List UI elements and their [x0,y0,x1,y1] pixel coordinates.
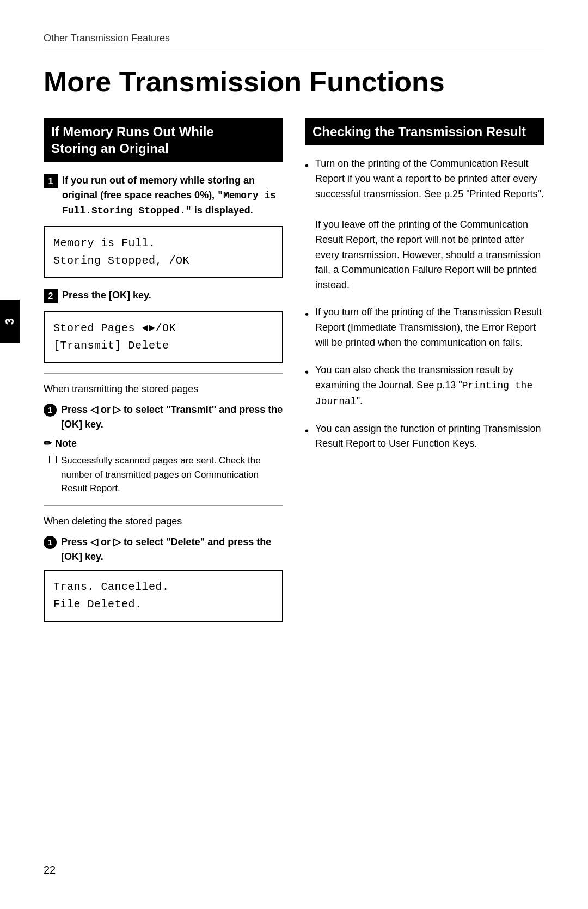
lcd-display-2: Stored Pages ◄►/OK [Transmit] Delete [44,311,283,363]
bullet-text-4: You can assign the function of printing … [315,422,544,452]
divider-2 [44,505,283,506]
breadcrumb-text: Other Transmission Features [44,33,170,44]
step1-row: 1 If you run out of memory while storing… [44,173,283,218]
content-columns: If Memory Runs Out WhileStoring an Origi… [44,118,544,632]
lcd3-line1: Trans. Cancelled. [53,578,273,596]
note-section: ✏ Note Successfully scanned pages are se… [44,437,283,496]
step2-text: Press the [OK] key. [62,288,151,303]
left-section-title: If Memory Runs Out WhileStoring an Origi… [51,124,214,156]
when-transmitting-label: When transmitting the stored pages [44,383,283,395]
transmit-step-1: 1 Press ◁ or ▷ to select "Transmit" and … [44,402,283,432]
left-section-header: If Memory Runs Out WhileStoring an Origi… [44,118,283,162]
divider-1 [44,373,283,374]
step2-number: 2 [44,289,58,303]
note-label: Note [55,438,77,449]
bullet-dot-4: • [305,423,309,440]
delete-step-text: Press ◁ or ▷ to select "Delete" and pres… [61,535,283,564]
note-item-1: Successfully scanned pages are sent. Che… [44,454,283,496]
right-section-title: Checking the Transmission Result [313,124,526,139]
bullet-item-3: • You can also check the transmission re… [305,363,544,410]
delete-step-num: 1 [44,536,57,549]
right-column: Checking the Transmission Result • Turn … [305,118,544,463]
transmit-step-num: 1 [44,404,57,417]
right-section-header: Checking the Transmission Result [305,118,544,145]
step1-text: If you run out of memory while storing a… [62,173,283,218]
step1-number: 1 [44,174,58,188]
bullet-text-1: Turn on the printing of the Communicatio… [315,156,544,293]
lcd2-line2: [Transmit] Delete [53,337,273,355]
right-bullet-list: • Turn on the printing of the Communicat… [305,156,544,452]
step2-row: 2 Press the [OK] key. [44,288,283,303]
bullet-text-2: If you turn off the printing of the Tran… [315,305,544,351]
step2-block: 2 Press the [OK] key. Stored Pages ◄►/OK… [44,288,283,363]
lcd-display-3: Trans. Cancelled. File Deleted. [44,570,283,622]
transmit-step-text: Press ◁ or ▷ to select "Transmit" and pr… [61,402,283,432]
breadcrumb: Other Transmission Features [44,33,544,50]
lcd3-line2: File Deleted. [53,596,273,613]
note-checkbox [49,456,57,463]
when-deleting-label: When deleting the stored pages [44,516,283,527]
delete-step-1: 1 Press ◁ or ▷ to select "Delete" and pr… [44,535,283,564]
note-item-1-text: Successfully scanned pages are sent. Che… [61,454,283,496]
note-header: ✏ Note [44,437,283,449]
bullet-dot-2: • [305,306,309,323]
bullet-item-4: • You can assign the function of printin… [305,422,544,452]
bullet-item-1: • Turn on the printing of the Communicat… [305,156,544,293]
bullet-dot-3: • [305,364,309,381]
bullet-item-2: • If you turn off the printing of the Tr… [305,305,544,351]
bullet-text-3: You can also check the transmission resu… [315,363,544,410]
lcd1-line2: Storing Stopped, /OK [53,252,273,270]
lcd-display-1: Memory is Full. Storing Stopped, /OK [44,226,283,278]
bullet-dot-1: • [305,157,309,174]
left-column: If Memory Runs Out WhileStoring an Origi… [44,118,283,632]
lcd1-line1: Memory is Full. [53,235,273,252]
page-title: More Transmission Functions [44,65,544,98]
note-icon: ✏ [44,437,52,449]
lcd2-line1: Stored Pages ◄►/OK [53,320,273,337]
step1-block: 1 If you run out of memory while storing… [44,173,283,278]
page-number: 22 [44,864,56,876]
